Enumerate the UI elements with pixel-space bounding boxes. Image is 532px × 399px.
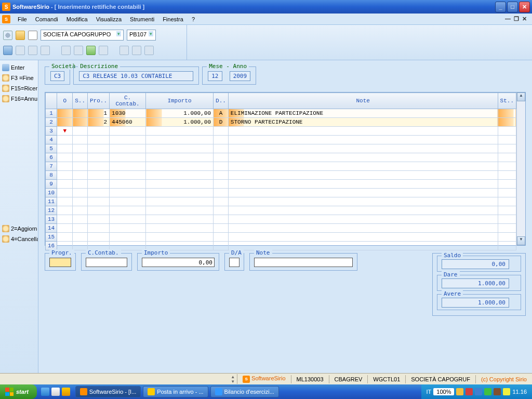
input-progr[interactable] <box>49 258 71 267</box>
scroll-up-button[interactable]: ▲ <box>517 92 525 101</box>
col-st[interactable]: St.. <box>498 93 516 109</box>
table-row[interactable]: 1110301.000,00AELIMINAZIONE PARTECIPAZIO… <box>46 109 516 118</box>
label-descrizione: Descrizione <box>78 63 120 70</box>
minimize-button[interactable]: _ <box>495 2 506 12</box>
start-button[interactable]: start <box>0 384 37 399</box>
table-row-empty[interactable]: 13 <box>46 215 516 224</box>
toolbar-icon-4[interactable] <box>41 46 50 55</box>
taskbar-item-posta[interactable]: Posta in arrivo - ... <box>143 386 208 397</box>
tray-icon-2[interactable] <box>466 388 473 395</box>
toolbar-icon-10[interactable] <box>132 46 141 55</box>
tray-icon-4[interactable] <box>484 388 491 395</box>
col-o[interactable]: O <box>57 93 73 109</box>
maximize-button[interactable]: □ <box>507 2 518 12</box>
value-mese: 12 <box>208 71 222 81</box>
table-row-empty[interactable]: 10 <box>46 189 516 197</box>
tray-icon-3[interactable] <box>475 388 482 395</box>
toolbar-icon-1[interactable] <box>3 46 12 55</box>
sidebar-2-aggiorn[interactable]: 2=Aggiorn <box>0 223 38 234</box>
fieldset-mese-anno: Mese - Anno 12 2009 <box>202 66 256 85</box>
menu-help[interactable]: ? <box>188 15 199 23</box>
app-icon <box>80 388 87 395</box>
toolbar-icon-5[interactable] <box>61 46 71 55</box>
col-s[interactable]: S.. <box>73 93 88 109</box>
input-importo[interactable] <box>142 258 215 267</box>
table-row-empty[interactable]: 16 <box>46 242 516 250</box>
toolbar-icon-3[interactable] <box>28 46 37 55</box>
label-avere: Avere <box>442 290 463 297</box>
col-da[interactable]: D.. <box>214 93 229 109</box>
fieldset-ccontab-in: C.Contab. <box>81 253 132 271</box>
col-importo[interactable]: Importo <box>146 93 214 109</box>
sidebar-f15[interactable]: F15=Ricer <box>0 83 38 94</box>
tray-zoom[interactable]: 100% <box>433 388 454 395</box>
ie-icon[interactable] <box>41 388 49 396</box>
fieldset-da-in: D/A <box>224 253 244 271</box>
toolbar-icon-2[interactable] <box>16 46 25 55</box>
table-row-empty[interactable]: 8 <box>46 171 516 180</box>
data-grid[interactable]: O S.. Pro.. C. Contab. Importo D.. Note … <box>45 92 526 246</box>
status-ml: ML130003 <box>291 375 329 383</box>
tray-clock[interactable]: 11.16 <box>512 389 527 395</box>
mail-icon <box>148 388 155 395</box>
table-row-empty[interactable]: 9 <box>46 180 516 189</box>
toolbar-icon-9[interactable] <box>119 46 129 55</box>
desktop-icon[interactable] <box>51 388 60 396</box>
fieldset-avere: Avere 1.000,00 <box>437 294 521 310</box>
code-dropdown[interactable]: PB107 <box>127 30 156 41</box>
value-anno: 2009 <box>230 71 251 81</box>
table-row-empty[interactable]: 14 <box>46 224 516 233</box>
taskbar-item-bilancio[interactable]: Bilancio d'esercizi... <box>210 386 279 397</box>
table-row-empty[interactable]: 4 <box>46 136 516 144</box>
sidebar-enter[interactable]: Enter <box>0 62 38 73</box>
table-row-empty[interactable]: 12 <box>46 206 516 215</box>
toolbar-icon-8[interactable] <box>99 46 108 55</box>
tray-lang[interactable]: IT <box>427 389 432 395</box>
window-titlebar: S SoftwareSirio - [ Inserimento rettific… <box>0 0 532 14</box>
menu-comandi[interactable]: Comandi <box>31 15 62 23</box>
input-note[interactable] <box>254 258 353 267</box>
table-row[interactable]: 224450601.000,00DSTORNO PARTECIPAZIONE <box>46 118 516 127</box>
enter-icon <box>2 64 9 71</box>
table-row-empty[interactable]: 11 <box>46 197 516 206</box>
menu-finestra[interactable]: Finestra <box>158 15 188 23</box>
input-ccontab[interactable] <box>86 258 127 267</box>
toolbar-icon-11[interactable] <box>144 46 154 55</box>
sidebar-4-cancella[interactable]: 4=Cancella <box>0 234 38 244</box>
label-dare: Dare <box>442 271 460 278</box>
table-row-empty[interactable]: 3▼ <box>46 127 516 136</box>
mdi-restore[interactable]: ❐ <box>514 16 519 22</box>
table-row-empty[interactable]: 15 <box>46 233 516 242</box>
outlook-icon[interactable] <box>62 388 70 396</box>
table-row-empty[interactable]: 7 <box>46 162 516 171</box>
col-ccontab[interactable]: C. Contab. <box>110 93 146 109</box>
windows-logo-icon <box>5 388 14 396</box>
sidebar-f3[interactable]: F3 =Fine <box>0 73 38 83</box>
table-row-empty[interactable]: 5 <box>46 144 516 153</box>
table-row-empty[interactable]: 6 <box>46 153 516 162</box>
mdi-minimize[interactable]: — <box>505 16 511 22</box>
tray-icon-5[interactable] <box>494 388 501 395</box>
scroll-down-button[interactable]: ▼ <box>517 236 525 245</box>
toolbar-icon-7[interactable] <box>86 46 96 55</box>
sidebar-f16[interactable]: F16=Annu <box>0 94 38 104</box>
mdi-close[interactable]: ✕ <box>522 16 527 22</box>
menu-visualizza[interactable]: Visualizza <box>92 15 126 23</box>
taskbar-item-softwaresirio[interactable]: SoftwareSirio - [I... <box>75 386 141 397</box>
document-icon[interactable] <box>28 31 37 40</box>
grid-scrollbar[interactable]: ▲ ▼ <box>516 92 525 245</box>
folder-icon[interactable] <box>16 31 25 40</box>
col-pro[interactable]: Pro.. <box>88 93 110 109</box>
input-da[interactable] <box>229 258 240 267</box>
close-button[interactable]: ✕ <box>519 2 530 12</box>
col-note[interactable]: Note <box>228 93 498 109</box>
gear-icon[interactable] <box>3 31 12 40</box>
menu-strumenti[interactable]: Strumenti <box>126 15 158 23</box>
toolbar-icon-6[interactable] <box>74 46 83 55</box>
company-dropdown[interactable]: SOCIETÀ CAPOGRUPPO <box>41 30 124 41</box>
app-icon: S <box>2 3 10 11</box>
tray-icon-6[interactable] <box>503 388 510 395</box>
menu-modifica[interactable]: Modifica <box>62 15 92 23</box>
menu-file[interactable]: File <box>14 15 31 23</box>
tray-icon-1[interactable] <box>456 388 463 395</box>
